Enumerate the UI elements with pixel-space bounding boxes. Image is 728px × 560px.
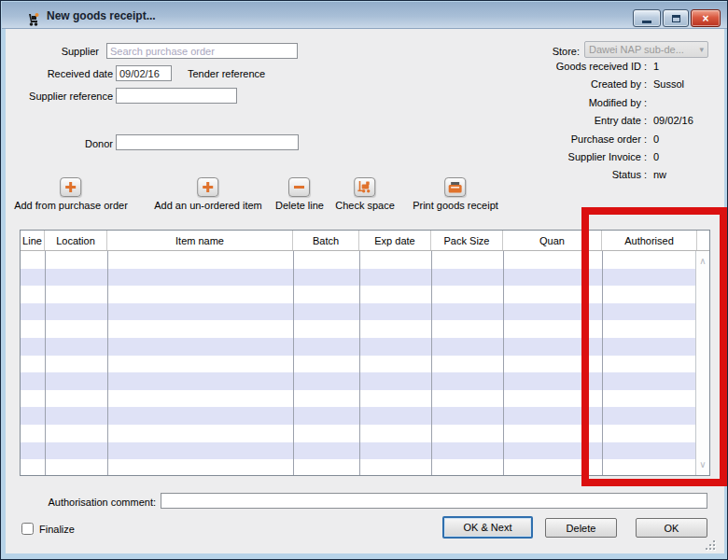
minimize-button[interactable]: [633, 9, 661, 27]
supplier-reference-input[interactable]: [116, 88, 237, 104]
add-unordered-item-button[interactable]: Add an un-ordered item: [154, 177, 262, 211]
table-body: [21, 251, 695, 475]
ok-next-button[interactable]: OK & Next: [442, 516, 533, 539]
column-header-pack-size[interactable]: Pack Size: [431, 231, 503, 250]
column-divider: [602, 251, 603, 475]
status-label: Status :: [505, 166, 647, 184]
check-space-button[interactable]: Check space: [335, 177, 395, 211]
close-button[interactable]: ×: [691, 9, 721, 27]
printer-icon: [445, 177, 467, 197]
table-scrollbar[interactable]: ∧ ∨: [695, 251, 709, 475]
table-row[interactable]: [21, 442, 695, 460]
column-divider: [45, 251, 46, 475]
column-divider: [293, 251, 294, 475]
chevron-down-icon: ▾: [699, 46, 704, 54]
supplier-reference-label: Supplier reference: [20, 91, 113, 103]
scroll-down-icon[interactable]: ∨: [696, 460, 709, 469]
entry-date-value: 09/02/16: [653, 112, 693, 130]
authorisation-comment-input[interactable]: [161, 493, 707, 509]
goods-received-id-value: 1: [653, 58, 659, 76]
store-label: Store:: [519, 46, 580, 58]
table-row[interactable]: [21, 251, 695, 269]
supplier-label: Supplier: [20, 46, 99, 58]
delete-line-button[interactable]: Delete line: [275, 177, 324, 211]
table-row[interactable]: [21, 425, 695, 442]
created-by-label: Created by :: [505, 76, 647, 93]
print-goods-receipt-button[interactable]: Print goods receipt: [413, 177, 498, 211]
maximize-button[interactable]: [663, 9, 689, 27]
tender-reference-label: Tender reference: [188, 68, 265, 80]
received-date-input[interactable]: [116, 65, 172, 81]
plus-icon: [197, 177, 218, 197]
column-header-exp-date[interactable]: Exp date: [359, 231, 431, 250]
column-header-item-name[interactable]: Item name: [107, 231, 293, 250]
goods-received-id-label: Goods received ID :: [505, 58, 647, 76]
table-row[interactable]: [21, 372, 695, 390]
finalize-label: Finalize: [39, 524, 75, 536]
title-bar[interactable]: New goods receipt... ×: [2, 2, 727, 29]
table-row[interactable]: [21, 390, 695, 408]
window-title: New goods receipt...: [47, 9, 156, 22]
column-divider: [503, 251, 504, 475]
column-divider: [107, 251, 108, 475]
table-row[interactable]: [21, 269, 695, 287]
column-header-quantity[interactable]: Quan: [503, 231, 602, 250]
delete-button[interactable]: Delete: [545, 518, 617, 538]
receipt-details: Goods received ID :1 Created by :Sussol …: [505, 58, 715, 185]
goods-receipt-table: Line Location Item name Batch Exp date P…: [20, 230, 710, 476]
table-row[interactable]: [21, 459, 695, 475]
store-value: Dawei NAP sub-de...: [589, 44, 684, 55]
supplier-invoice-value: 0: [653, 148, 659, 166]
entry-date-label: Entry date :: [505, 112, 647, 130]
table-row[interactable]: [21, 286, 695, 303]
purchase-order-label: Purchase order :: [505, 131, 647, 148]
maximize-icon: [672, 15, 680, 22]
column-divider: [431, 251, 432, 475]
table-row[interactable]: [21, 303, 695, 321]
finalize-checkbox[interactable]: [21, 523, 34, 535]
column-header-authorised[interactable]: Authorised: [602, 231, 697, 250]
scroll-up-icon[interactable]: ∧: [696, 257, 709, 266]
modified-by-label: Modified by :: [505, 94, 647, 112]
forklift-icon: [355, 177, 376, 197]
table-row[interactable]: [21, 320, 695, 338]
minus-icon: [288, 177, 310, 197]
supplier-input[interactable]: [106, 43, 298, 59]
donor-label: Donor: [20, 138, 113, 150]
table-row[interactable]: [21, 338, 695, 356]
app-icon: [26, 12, 41, 27]
purchase-order-value: 0: [653, 131, 659, 148]
table-row[interactable]: [21, 356, 695, 373]
add-from-purchase-order-button[interactable]: Add from purchase order: [14, 177, 128, 211]
created-by-value: Sussol: [653, 76, 684, 93]
table-header: Line Location Item name Batch Exp date P…: [21, 231, 709, 251]
donor-input[interactable]: [116, 134, 299, 150]
minimize-icon: [642, 21, 651, 23]
close-icon: ×: [702, 13, 708, 24]
supplier-invoice-label: Supplier Invoice :: [505, 148, 647, 166]
resize-grip[interactable]: [706, 540, 717, 552]
table-row[interactable]: [21, 407, 695, 425]
goods-receipt-window: New goods receipt... × Supplier Store: D…: [0, 0, 728, 560]
column-header-line[interactable]: Line: [21, 231, 45, 250]
status-value: nw: [653, 166, 666, 184]
received-date-label: Received date: [20, 68, 113, 80]
column-header-location[interactable]: Location: [45, 231, 107, 250]
plus-icon: [60, 177, 81, 197]
authorisation-comment-label: Authorisation comment:: [20, 497, 156, 509]
column-divider: [359, 251, 360, 475]
ok-button[interactable]: OK: [636, 518, 707, 538]
header-spacer: [697, 231, 709, 250]
store-dropdown[interactable]: Dawei NAP sub-de... ▾: [584, 41, 708, 58]
column-header-batch[interactable]: Batch: [293, 231, 359, 250]
